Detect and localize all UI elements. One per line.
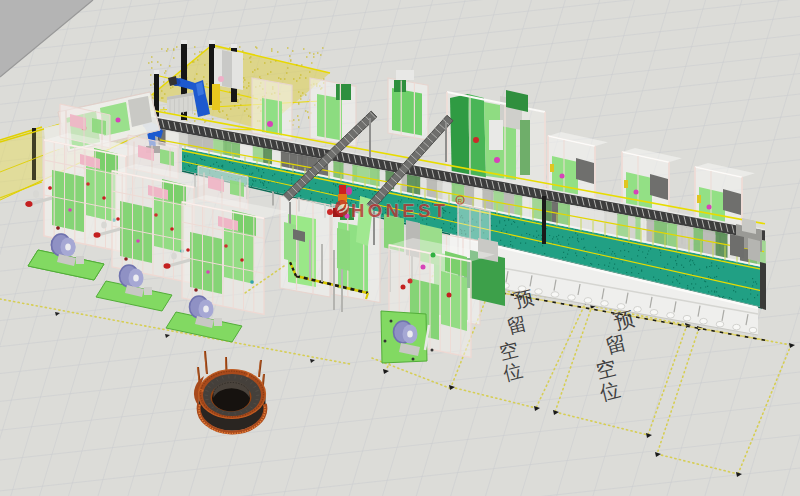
svg-text:R: R [458, 198, 463, 204]
svg-text:HONEST: HONEST [351, 200, 449, 221]
